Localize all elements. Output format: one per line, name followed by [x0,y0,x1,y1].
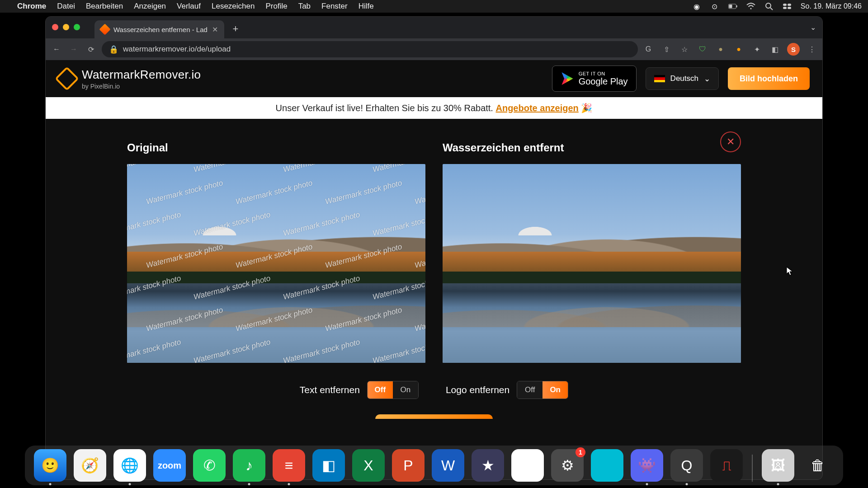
svg-point-4 [766,3,771,8]
language-selector[interactable]: Deutsch ⌄ [646,67,719,90]
browser-tab[interactable]: Wasserzeichen entfernen - Lad ✕ [94,20,224,38]
url-text: watermarkremover.io/de/upload [123,45,231,54]
logo-mark-icon [55,66,79,91]
menu-verlauf[interactable]: Verlauf [177,2,201,11]
dock-settings[interactable]: ⚙1 [551,449,584,482]
forward-button[interactable]: → [67,43,80,56]
dock-voice-memos[interactable]: ⎍ [710,449,743,482]
dock-imovie[interactable]: ★ [472,449,504,482]
extension-shield-icon[interactable]: 🛡 [697,43,708,55]
translate-icon[interactable]: G [642,43,654,55]
record-icon[interactable]: ◉ [692,2,701,11]
screen-record-icon[interactable]: ⊙ [710,2,719,11]
close-result-button[interactable]: ✕ [720,131,741,152]
fullscreen-window-button[interactable] [74,24,80,30]
extensions-puzzle-icon[interactable]: ✦ [751,43,763,55]
promo-banner: Unser Verkauf ist live! Erhalten Sie bis… [46,97,822,119]
logo-toggle-on[interactable]: On [542,381,568,399]
reload-button[interactable]: ⟳ [85,43,97,56]
menu-anzeigen[interactable]: Anzeigen [134,2,166,11]
dock-discord[interactable]: 👾 [631,449,663,482]
dock-app-teal[interactable] [591,449,623,482]
chevron-down-icon: ⌄ [704,74,710,84]
dock-zoom[interactable]: zoom [153,449,186,482]
site-logo[interactable]: WatermarkRemover.io by PixelBin.io [58,68,201,90]
dock-spotify[interactable]: ♪ [233,449,265,482]
promo-text: Unser Verkauf ist live! Erhalten Sie bis… [276,103,496,113]
wifi-icon[interactable] [746,2,755,11]
logo-remove-toggle[interactable]: Off On [517,381,568,399]
close-tab-icon[interactable]: ✕ [212,25,218,34]
original-column: Original Watermark stock photoWatermark … [127,141,425,363]
menu-tab[interactable]: Tab [298,2,311,11]
dock-powerpoint[interactable]: P [392,449,425,482]
extension-icon-1[interactable]: ● [715,43,726,55]
gplay-big-text: Google Play [579,76,628,87]
battery-icon[interactable] [728,2,737,11]
flag-de-icon [654,75,665,82]
dock-finder[interactable]: 🙂 [34,449,66,482]
new-tab-button[interactable]: + [229,22,242,36]
menu-bearbeiten[interactable]: Bearbeiten [86,2,123,11]
dock-drive[interactable]: △ [511,449,544,482]
sidepanel-icon[interactable]: ◧ [769,43,781,55]
menu-datei[interactable]: Datei [57,2,75,11]
promo-link[interactable]: Angebote anzeigen [495,103,578,113]
dock-word[interactable]: W [432,449,464,482]
promo-emoji: 🎉 [579,103,593,113]
menu-fenster[interactable]: Fenster [321,2,348,11]
settings-badge: 1 [576,447,585,457]
text-toggle-off[interactable]: Off [368,381,393,399]
download-button-partial[interactable] [375,414,493,419]
svg-rect-9 [788,7,791,9]
tab-strip: Wasserzeichen entfernen - Lad ✕ + ⌄ [46,17,822,38]
mouse-cursor [786,267,793,277]
address-bar: ← → ⟳ 🔒 watermarkremover.io/de/upload G … [46,38,822,60]
svg-rect-8 [783,7,787,9]
omnibox[interactable]: 🔒 watermarkremover.io/de/upload [102,41,638,57]
dock-chrome[interactable]: 🌐 [113,449,146,482]
tab-favicon [99,23,110,35]
menu-profile[interactable]: Profile [265,2,287,11]
svg-rect-2 [729,5,732,8]
spotlight-icon[interactable] [764,2,774,11]
brand-name: WatermarkRemover.io [82,68,201,82]
dock-todoist[interactable]: ≡ [273,449,305,482]
profile-avatar[interactable]: S [787,43,800,56]
logo-toggle-off[interactable]: Off [517,381,542,399]
tab-list-dropdown-icon[interactable]: ⌄ [810,23,816,32]
text-toggle-on[interactable]: On [393,381,418,399]
upload-button[interactable]: Bild hochladen [728,67,810,90]
menu-lesezeichen[interactable]: Lesezeichen [212,2,255,11]
svg-line-5 [770,8,773,10]
logo-remove-control: Logo entfernen Off On [446,381,568,399]
bookmark-icon[interactable]: ☆ [679,43,690,55]
language-label: Deutsch [670,74,698,83]
dock-excel[interactable]: X [352,449,385,482]
lock-icon: 🔒 [109,45,118,54]
dock-quicktime[interactable]: Q [670,449,703,482]
menubar-clock[interactable]: So. 19. März 09:46 [801,2,862,10]
text-remove-toggle[interactable]: Off On [367,381,419,399]
control-center-icon[interactable] [783,2,792,11]
app-menu[interactable]: Chrome [17,2,46,11]
chrome-menu-icon[interactable]: ⋮ [806,43,818,55]
svg-rect-6 [783,4,787,6]
extension-icon-2[interactable]: ● [733,43,745,55]
watermark-overlay: Watermark stock photoWatermark stock pho… [127,164,425,363]
share-icon[interactable]: ⇧ [660,43,672,55]
dock-trello[interactable]: ◧ [312,449,345,482]
dock-whatsapp[interactable]: ✆ [193,449,226,482]
menu-hilfe[interactable]: Hilfe [359,2,374,11]
dock-trash[interactable]: 🗑 [802,449,834,482]
site-header: WatermarkRemover.io by PixelBin.io GET I… [46,60,822,97]
google-play-button[interactable]: GET IT ON Google Play [552,66,637,92]
gplay-small-text: GET IT ON [579,71,628,76]
brand-byline: by PixelBin.io [82,83,201,90]
close-window-button[interactable] [52,24,58,30]
back-button[interactable]: ← [50,43,63,56]
dock-preview[interactable]: 🖼 [762,449,794,482]
dock-safari[interactable]: 🧭 [74,449,106,482]
minimize-window-button[interactable] [63,24,69,30]
chrome-window: Wasserzeichen entfernen - Lad ✕ + ⌄ ← → … [45,16,823,480]
